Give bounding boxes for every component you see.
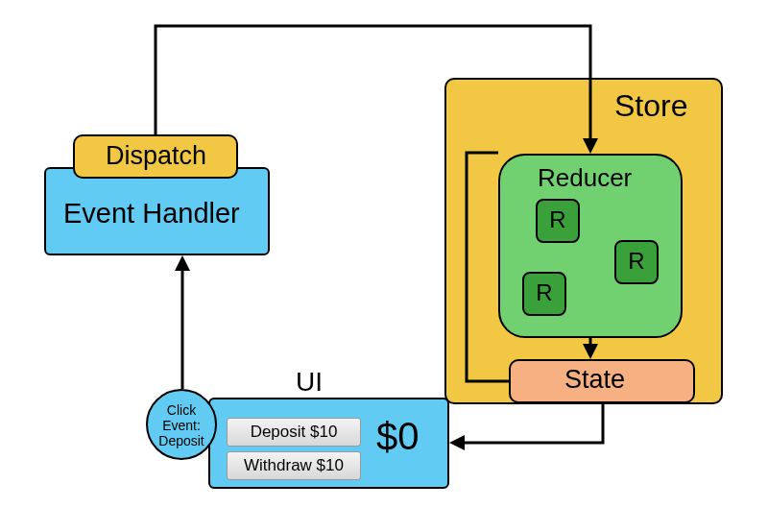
ui-label: UI bbox=[296, 367, 323, 398]
state-label: State bbox=[564, 365, 625, 395]
svg-marker-3 bbox=[175, 255, 190, 271]
svg-marker-2 bbox=[449, 435, 465, 450]
withdraw-button[interactable]: Withdraw $10 bbox=[227, 451, 361, 480]
dispatch-label: Dispatch bbox=[106, 141, 206, 171]
event-handler-label: Event Handler bbox=[63, 198, 240, 230]
click-event-circle: Click Event: Deposit bbox=[146, 389, 217, 460]
click-event-line1: Click bbox=[167, 402, 196, 418]
reducer-child: R bbox=[614, 240, 659, 284]
deposit-button[interactable]: Deposit $10 bbox=[227, 418, 361, 447]
store-label: Store bbox=[614, 88, 687, 124]
click-event-line3: Deposit bbox=[158, 433, 204, 448]
reducer-child: R bbox=[522, 272, 566, 316]
reducer-label: Reducer bbox=[538, 163, 632, 193]
click-event-line2: Event: bbox=[162, 418, 201, 433]
reducer-child: R bbox=[536, 199, 580, 243]
balance-value: $0 bbox=[376, 415, 420, 458]
